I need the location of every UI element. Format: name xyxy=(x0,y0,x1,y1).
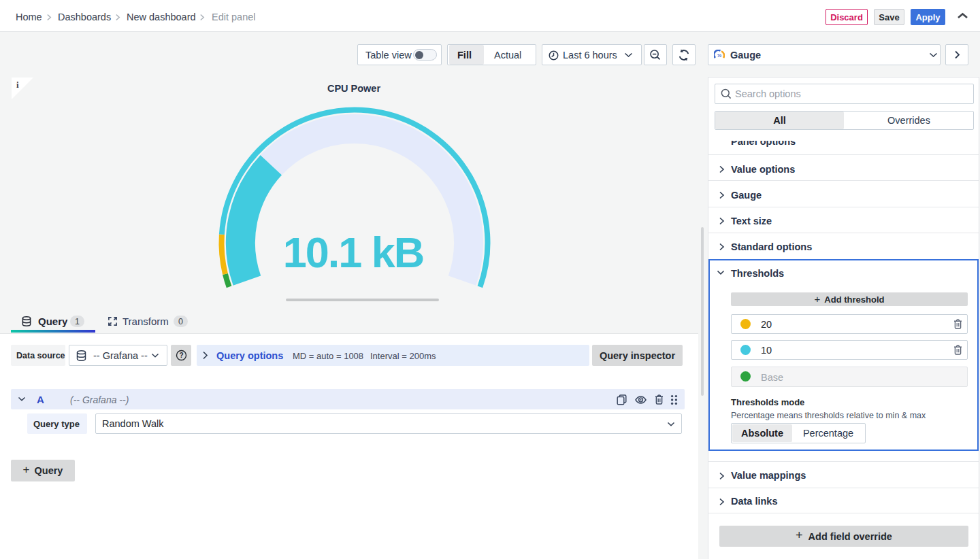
svg-text:i: i xyxy=(16,80,19,90)
svg-text:?: ? xyxy=(179,352,183,359)
svg-text:70: 70 xyxy=(717,54,721,58)
